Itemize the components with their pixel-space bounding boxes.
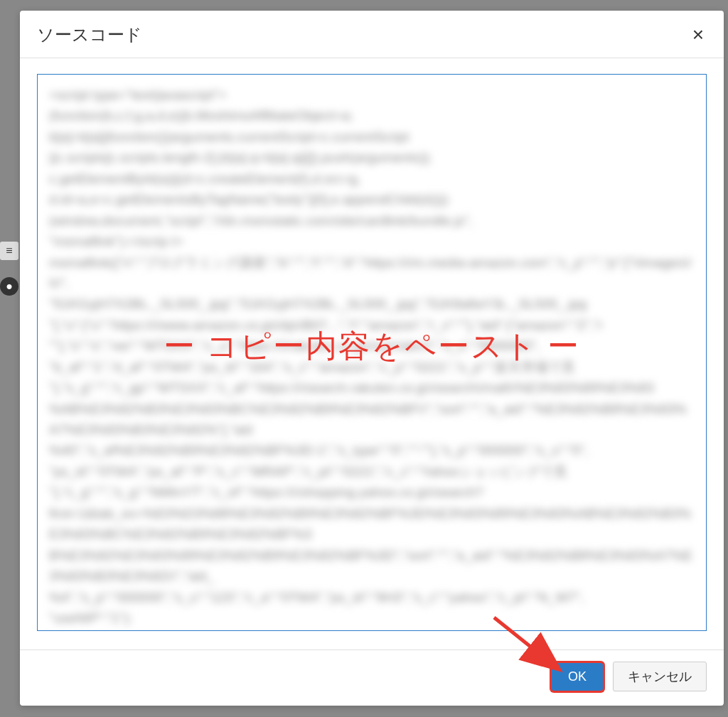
cancel-button[interactable]: キャンセル — [613, 662, 707, 691]
textarea-content: <script type="text/javascript"> (functio… — [38, 75, 706, 630]
menu-icon: ≡ — [0, 242, 18, 260]
dialog-footer: OK キャンセル — [20, 649, 724, 706]
dialog-title: ソースコード — [37, 23, 142, 46]
source-code-textarea[interactable]: <script type="text/javascript"> (functio… — [37, 74, 707, 631]
close-button[interactable]: × — [690, 25, 707, 45]
ok-button[interactable]: OK — [552, 663, 603, 691]
background-sidebar: ≡ ● — [0, 242, 20, 298]
dot-icon: ● — [0, 277, 18, 296]
dialog-body: <script type="text/javascript"> (functio… — [20, 58, 724, 649]
source-code-dialog: ソースコード × <script type="text/javascript">… — [20, 11, 724, 706]
close-icon: × — [692, 23, 704, 45]
dialog-header: ソースコード × — [20, 11, 724, 58]
